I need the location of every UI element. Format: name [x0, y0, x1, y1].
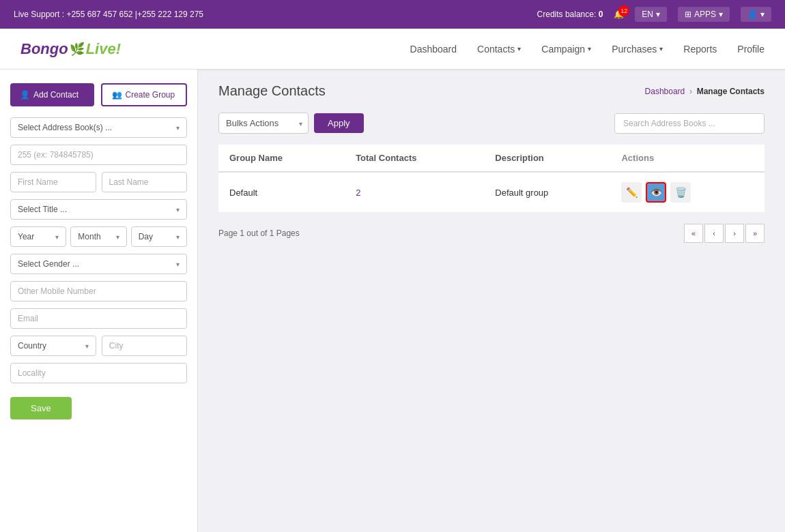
- email-field: [10, 308, 187, 329]
- view-button[interactable]: 👁️: [646, 182, 666, 203]
- edit-button[interactable]: ✏️: [621, 182, 642, 203]
- col-total-contacts: Total Contacts: [345, 145, 484, 172]
- phone-input[interactable]: [10, 145, 187, 165]
- country-city-fields: Country ▾: [10, 336, 187, 356]
- delete-button[interactable]: 🗑️: [670, 182, 691, 203]
- sidebar-btn-row: 👤 Add Contact 👥 Create Group: [10, 83, 187, 106]
- table-header-row: Group Name Total Contacts Description Ac…: [218, 145, 765, 172]
- breadcrumb-home[interactable]: Dashboard: [645, 87, 685, 96]
- address-book-select-wrap[interactable]: Select Address Book(s) ... ▾: [10, 117, 187, 138]
- pagination-buttons: « ‹ › »: [684, 224, 765, 243]
- content-area: Manage Contacts Dashboard › Manage Conta…: [198, 70, 785, 532]
- breadcrumb: Dashboard › Manage Contacts: [645, 87, 765, 96]
- action-icons: ✏️ 👁️ 🗑️: [621, 182, 754, 203]
- page-title: Manage Contacts: [218, 83, 326, 99]
- campaign-arrow-icon: ▾: [588, 45, 591, 53]
- user-arrow-icon: ▾: [760, 10, 765, 19]
- notification-badge: 12: [618, 5, 629, 16]
- page-first-button[interactable]: «: [684, 224, 703, 243]
- page-prev-button[interactable]: ‹: [704, 224, 724, 243]
- navbar: Bongo 🌿 Live! Dashboard Contacts ▾ Campa…: [0, 29, 785, 70]
- user-icon: 👤: [747, 10, 758, 19]
- locality-field: [10, 363, 187, 383]
- topbar-right: Credits balance: 0 🔔 12 EN ▾ ⊞ APPS ▾ 👤 …: [537, 7, 771, 22]
- topbar-support: Live Support : +255 687 457 652 |+255 22…: [14, 10, 203, 19]
- add-contact-button[interactable]: 👤 Add Contact: [10, 83, 94, 106]
- language-selector[interactable]: EN ▾: [635, 7, 667, 22]
- logo-bongo-text: Bongo: [20, 40, 68, 58]
- page-next-button[interactable]: ›: [725, 224, 744, 243]
- table-body: Default 2 Default group ✏️ 👁️ 🗑️: [218, 172, 765, 213]
- city-input[interactable]: [102, 336, 187, 356]
- logo-icon: 🌿: [70, 42, 85, 57]
- contacts-table: Group Name Total Contacts Description Ac…: [218, 145, 765, 213]
- nav-links: Dashboard Contacts ▾ Campaign ▾ Purchase…: [410, 44, 765, 55]
- nav-campaign[interactable]: Campaign ▾: [541, 44, 591, 55]
- cell-total-contacts: 2: [345, 172, 484, 213]
- topbar: Live Support : +255 687 457 652 |+255 22…: [0, 0, 785, 29]
- bulk-actions-select-wrap[interactable]: Bulks Actions ▾: [218, 113, 309, 134]
- nav-purchases[interactable]: Purchases ▾: [612, 44, 663, 55]
- gender-select-wrap[interactable]: Select Gender ... ▾: [10, 254, 187, 274]
- total-contacts-link[interactable]: 2: [356, 188, 360, 198]
- pagination-row: Page 1 out of 1 Pages « ‹ › »: [218, 224, 765, 243]
- nav-reports[interactable]: Reports: [683, 44, 717, 55]
- first-name-input[interactable]: [10, 172, 96, 192]
- country-select[interactable]: Country: [11, 336, 96, 355]
- day-select[interactable]: Day: [132, 227, 186, 246]
- title-select-wrap[interactable]: Select Title ... ▾: [10, 199, 187, 220]
- last-name-input[interactable]: [102, 172, 188, 192]
- lang-arrow-icon: ▾: [656, 10, 660, 19]
- nav-contacts[interactable]: Contacts ▾: [477, 44, 521, 55]
- name-fields: [10, 172, 187, 192]
- address-book-field: Select Address Book(s) ... ▾: [10, 117, 187, 138]
- gender-select[interactable]: Select Gender ...: [11, 254, 186, 274]
- create-group-button[interactable]: 👥 Create Group: [101, 83, 188, 106]
- nav-profile[interactable]: Profile: [737, 44, 765, 55]
- apps-menu[interactable]: ⊞ APPS ▾: [678, 7, 730, 22]
- credits-info: Credits balance: 0: [537, 10, 603, 19]
- cell-description: Default group: [484, 172, 610, 213]
- add-contact-icon: 👤: [20, 90, 30, 100]
- locality-input[interactable]: [10, 363, 187, 383]
- col-group-name: Group Name: [218, 145, 345, 172]
- user-menu[interactable]: 👤 ▾: [741, 7, 771, 22]
- search-input[interactable]: [614, 113, 765, 134]
- bulk-actions-row: Bulks Actions ▾ Apply: [218, 113, 364, 134]
- notifications-bell[interactable]: 🔔 12: [614, 10, 624, 19]
- save-button[interactable]: Save: [10, 397, 72, 419]
- year-select[interactable]: Year: [11, 227, 66, 246]
- phone-field: [10, 145, 187, 165]
- cell-actions: ✏️ 👁️ 🗑️: [610, 172, 765, 213]
- col-actions: Actions: [610, 145, 765, 172]
- country-select-wrap[interactable]: Country ▾: [10, 336, 96, 356]
- apps-icon: ⊞: [685, 10, 691, 19]
- gender-field: Select Gender ... ▾: [10, 254, 187, 274]
- main-wrap: 👤 Add Contact 👥 Create Group Select Addr…: [0, 70, 785, 532]
- year-select-wrap[interactable]: Year ▾: [10, 226, 66, 247]
- other-mobile-input[interactable]: [10, 281, 187, 301]
- apply-button[interactable]: Apply: [314, 113, 364, 133]
- bulk-actions-select[interactable]: Bulks Actions: [219, 113, 308, 133]
- col-description: Description: [484, 145, 610, 172]
- table-row: Default 2 Default group ✏️ 👁️ 🗑️: [218, 172, 765, 213]
- email-input[interactable]: [10, 308, 187, 329]
- create-group-icon: 👥: [112, 90, 122, 100]
- month-select[interactable]: Month: [71, 227, 126, 246]
- purchases-arrow-icon: ▾: [659, 45, 663, 53]
- breadcrumb-current: Manage Contacts: [697, 87, 765, 96]
- contacts-arrow-icon: ▾: [517, 45, 521, 53]
- dob-fields: Year ▾ Month ▾ Day ▾: [10, 226, 187, 247]
- nav-dashboard[interactable]: Dashboard: [410, 44, 457, 55]
- month-select-wrap[interactable]: Month ▾: [70, 226, 126, 247]
- support-label: Live Support: [14, 10, 59, 19]
- pagination-info: Page 1 out of 1 Pages: [218, 228, 300, 238]
- logo-live-text: Live!: [86, 40, 121, 58]
- page-last-button[interactable]: »: [745, 224, 765, 243]
- address-book-select[interactable]: Select Address Book(s) ...: [11, 118, 186, 137]
- day-select-wrap[interactable]: Day ▾: [131, 226, 187, 247]
- sidebar: 👤 Add Contact 👥 Create Group Select Addr…: [0, 70, 198, 532]
- other-mobile-field: [10, 281, 187, 301]
- title-select[interactable]: Select Title ...: [11, 200, 186, 219]
- breadcrumb-row: Manage Contacts Dashboard › Manage Conta…: [218, 83, 765, 99]
